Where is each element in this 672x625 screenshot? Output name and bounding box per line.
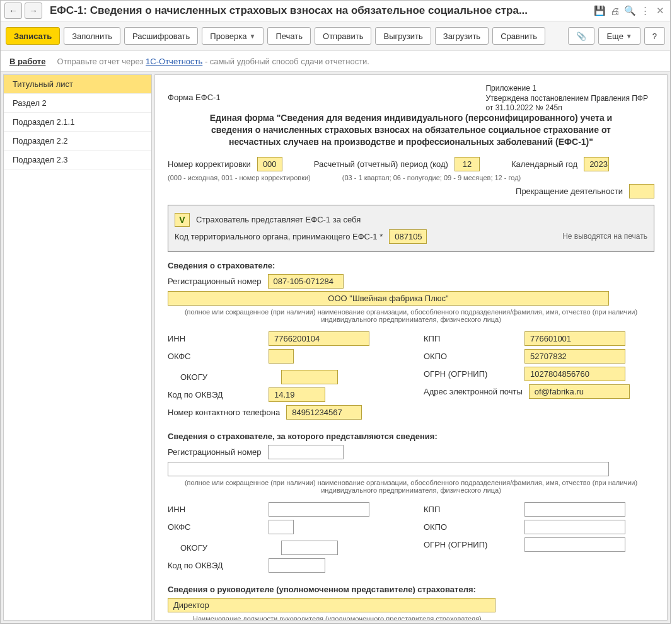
other-ogrn-label: ОГРН (ОГРНИП): [424, 540, 518, 549]
send-button[interactable]: Отправить: [315, 27, 371, 45]
form-title: Единая форма "Сведения для ведения индив…: [193, 112, 629, 148]
org-name-note: (полное или сокращенное (при наличии) на…: [168, 308, 654, 323]
insurer-header: Сведения о страхователе:: [168, 261, 654, 270]
okved-label: Код по ОКВЭД: [168, 390, 262, 399]
phone-field[interactable]: 84951234567: [286, 405, 362, 420]
other-inn-label: ИНН: [168, 505, 262, 514]
more-button[interactable]: Еще▼: [598, 27, 640, 45]
toolbar: Записать Заполнить Расшифровать Проверка…: [1, 21, 670, 51]
correction-field[interactable]: 000: [257, 157, 282, 171]
other-okogu-field[interactable]: [281, 541, 338, 555]
sidebar-item-section-2[interactable]: Раздел 2: [4, 94, 151, 113]
other-name-field[interactable]: [168, 462, 609, 476]
sidebar-item-subsection-22[interactable]: Подраздел 2.2: [4, 132, 151, 151]
other-okfs-field[interactable]: [269, 520, 294, 534]
hint-text: Отправьте отчет через 1С-Отчетность - са…: [57, 57, 369, 66]
fill-button[interactable]: Заполнить: [64, 27, 120, 45]
email-field[interactable]: of@fabrika.ru: [529, 384, 630, 399]
kpp-label: КПП: [424, 334, 518, 343]
approval-block: Приложение 1 Утверждена постановлением П…: [485, 84, 648, 113]
period-label: Расчетный (отчетный) период (код): [314, 159, 448, 169]
other-name-note: (полное или сокращенное (при наличии) на…: [168, 479, 654, 494]
self-label: Страхователь представляет ЕФС-1 за себя: [196, 215, 361, 224]
kpp-field[interactable]: 776601001: [524, 331, 625, 346]
okved-field[interactable]: 14.19: [269, 387, 325, 402]
other-inn-field[interactable]: [269, 502, 369, 517]
year-label: Календарный год: [511, 159, 577, 169]
regnum-field[interactable]: 087-105-071284: [268, 274, 344, 289]
titlebar: ← → ЕФС-1: Сведения о начисленных страхо…: [1, 1, 670, 21]
territory-label: Код территориального органа, принимающег…: [175, 232, 383, 241]
self-checkbox[interactable]: V: [175, 213, 190, 227]
okogu-field[interactable]: [281, 370, 338, 384]
okfs-field[interactable]: [269, 349, 294, 364]
other-okfs-label: ОКФС: [168, 522, 262, 532]
other-okpo-field[interactable]: [524, 520, 625, 534]
print-button[interactable]: Печать: [267, 27, 311, 45]
correction-label: Номер корректировки: [168, 159, 251, 169]
other-kpp-field[interactable]: [524, 502, 625, 517]
other-regnum-label: Регистрационный номер: [168, 447, 262, 457]
help-button[interactable]: ?: [644, 27, 665, 45]
nav-forward-button[interactable]: →: [25, 3, 42, 19]
cease-label: Прекращение деятельности: [516, 186, 623, 196]
decode-button[interactable]: Расшифровать: [124, 27, 198, 45]
period-note: (03 - 1 квартал; 06 - полугодие; 09 - 9 …: [342, 174, 521, 181]
cease-field[interactable]: [629, 184, 654, 198]
hint-bar: В работе Отправьте отчет через 1С-Отчетн…: [1, 51, 670, 72]
preview-icon[interactable]: 🔍: [623, 4, 636, 17]
status-label[interactable]: В работе: [9, 57, 45, 66]
other-kpp-label: КПП: [424, 505, 518, 514]
attach-button[interactable]: 📎: [568, 27, 594, 45]
other-header: Сведения о страхователе, за которого пре…: [168, 432, 654, 441]
check-button[interactable]: Проверка▼: [202, 27, 264, 45]
other-regnum-field[interactable]: [268, 445, 344, 459]
inn-field[interactable]: 7766200104: [269, 331, 369, 346]
other-okved-field[interactable]: [269, 558, 325, 573]
position-field[interactable]: Директор: [168, 598, 495, 612]
okogu-label: ОКОГУ: [180, 372, 275, 382]
head-header: Сведения о руководителе (уполномоченном …: [168, 585, 654, 594]
ogrn-field[interactable]: 1027804856760: [524, 367, 625, 381]
other-okved-label: Код по ОКВЭД: [168, 561, 262, 570]
territory-field[interactable]: 087105: [389, 229, 427, 244]
inn-label: ИНН: [168, 334, 262, 343]
other-okogu-label: ОКОГУ: [180, 543, 275, 553]
phone-label: Номер контактного телефона: [168, 408, 280, 417]
email-label: Адрес электронной почты: [424, 387, 523, 396]
sidebar-item-subsection-23[interactable]: Подраздел 2.3: [4, 151, 151, 169]
noprint-label: Не выводятся на печать: [562, 232, 647, 241]
position-note: Наименование должности руководителя (упо…: [193, 615, 654, 621]
nav-back-button[interactable]: ←: [4, 3, 22, 19]
sidebar-item-subsection-211[interactable]: Подраздел 2.1.1: [4, 113, 151, 132]
other-okpo-label: ОКПО: [424, 522, 518, 532]
regnum-label: Регистрационный номер: [168, 277, 262, 286]
okfs-label: ОКФС: [168, 352, 262, 361]
close-icon[interactable]: ✕: [654, 4, 666, 17]
reporting-link[interactable]: 1С-Отчетность: [146, 57, 202, 66]
self-box: V Страхователь представляет ЕФС-1 за себ…: [168, 205, 654, 252]
export-button[interactable]: Выгрузить: [375, 27, 431, 45]
ogrn-label: ОГРН (ОГРНИП): [424, 369, 518, 379]
kebab-icon[interactable]: ⋮: [639, 4, 651, 17]
form-content: Приложение 1 Утверждена постановлением П…: [154, 74, 668, 621]
other-ogrn-field[interactable]: [524, 537, 625, 552]
save-button[interactable]: Записать: [6, 27, 60, 45]
paperclip-icon: 📎: [576, 32, 586, 41]
section-sidebar: Титульный лист Раздел 2 Подраздел 2.1.1 …: [3, 74, 152, 621]
period-field[interactable]: 12: [455, 157, 480, 171]
correction-note: (000 - исходная, 001 - номер корректиров…: [168, 174, 311, 181]
year-field[interactable]: 2023: [584, 157, 609, 171]
okpo-label: ОКПО: [424, 352, 518, 361]
save-icon[interactable]: 💾: [593, 4, 606, 17]
window-title: ЕФС-1: Сведения о начисленных страховых …: [50, 4, 586, 17]
okpo-field[interactable]: 52707832: [524, 349, 625, 364]
print-icon[interactable]: 🖨: [608, 4, 621, 17]
org-name-field[interactable]: ООО "Швейная фабрика Плюс": [168, 291, 609, 306]
compare-button[interactable]: Сравнить: [492, 27, 545, 45]
import-button[interactable]: Загрузить: [435, 27, 489, 45]
sidebar-item-title-page[interactable]: Титульный лист: [4, 75, 151, 94]
